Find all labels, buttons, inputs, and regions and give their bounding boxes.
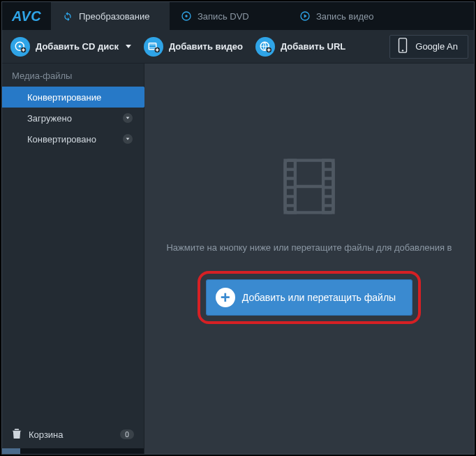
device-select-button[interactable]: Google An — [389, 35, 468, 59]
tab-bar: AVC Преобразование Запись DVD Запись вид… — [2, 2, 474, 30]
body: Медиа-файлы Конвертирование Загружено Ко… — [2, 64, 474, 454]
main-content: Нажмите на кнопку ниже или перетащите фа… — [144, 64, 474, 454]
logo: AVC — [2, 2, 51, 30]
tab-record[interactable]: Запись видео — [288, 2, 407, 30]
disc-plus-icon — [10, 37, 30, 57]
add-files-button[interactable]: + Добавить или перетащить файлы — [206, 279, 412, 316]
chevron-down-icon — [123, 113, 133, 123]
refresh-icon — [62, 10, 73, 22]
button-label: Добавить или перетащить файлы — [242, 292, 396, 303]
sidebar-item-label: Конвертирование — [27, 92, 101, 103]
svg-point-11 — [402, 50, 403, 51]
svg-point-1 — [185, 15, 187, 17]
button-label: Добавить видео — [169, 41, 243, 52]
button-label: Добавить CD диск — [36, 41, 119, 52]
button-label: Добавить URL — [281, 41, 345, 52]
toolbar: Добавить CD диск Добавить видео Добавить… — [2, 30, 474, 64]
tab-convert[interactable]: Преобразование — [51, 2, 170, 30]
sidebar-item-label: Загружено — [27, 113, 72, 124]
chevron-down-icon — [126, 45, 131, 48]
add-cd-button[interactable]: Добавить CD диск — [10, 37, 131, 57]
disc-icon — [181, 10, 192, 22]
phone-icon — [397, 38, 408, 55]
add-area-highlight: + Добавить или перетащить файлы — [198, 271, 421, 324]
play-circle-icon — [299, 10, 311, 22]
globe-plus-icon — [255, 37, 275, 57]
chevron-down-icon — [123, 134, 133, 144]
drop-hint: Нажмите на кнопку ниже или перетащите фа… — [159, 242, 459, 253]
add-url-button[interactable]: Добавить URL — [255, 37, 345, 57]
tab-dvd[interactable]: Запись DVD — [170, 2, 288, 30]
tab-label: Запись DVD — [198, 11, 249, 22]
film-icon — [277, 154, 341, 221]
sidebar-item-downloaded[interactable]: Загружено — [2, 108, 144, 128]
sidebar-item-converting[interactable]: Конвертирование — [2, 87, 144, 108]
trash-count: 0 — [120, 429, 134, 439]
tab-label: Преобразование — [79, 11, 150, 22]
sidebar-title: Медиа-файлы — [2, 64, 144, 87]
tab-label: Запись видео — [316, 11, 373, 22]
bottom-progress — [2, 448, 144, 454]
button-label: Google An — [415, 41, 458, 52]
app-window: AVC Преобразование Запись DVD Запись вид… — [1, 1, 475, 455]
sidebar: Медиа-файлы Конвертирование Загружено Ко… — [2, 64, 144, 454]
sidebar-item-label: Конвертировано — [27, 134, 96, 145]
film-plus-icon — [144, 37, 163, 57]
trash-label: Корзина — [29, 429, 64, 440]
add-video-button[interactable]: Добавить видео — [144, 37, 243, 57]
svg-point-4 — [19, 45, 21, 47]
trash-icon — [12, 428, 22, 441]
sidebar-item-converted[interactable]: Конвертировано — [2, 128, 144, 149]
plus-icon: + — [216, 288, 235, 307]
trash-button[interactable]: Корзина 0 — [2, 420, 144, 448]
